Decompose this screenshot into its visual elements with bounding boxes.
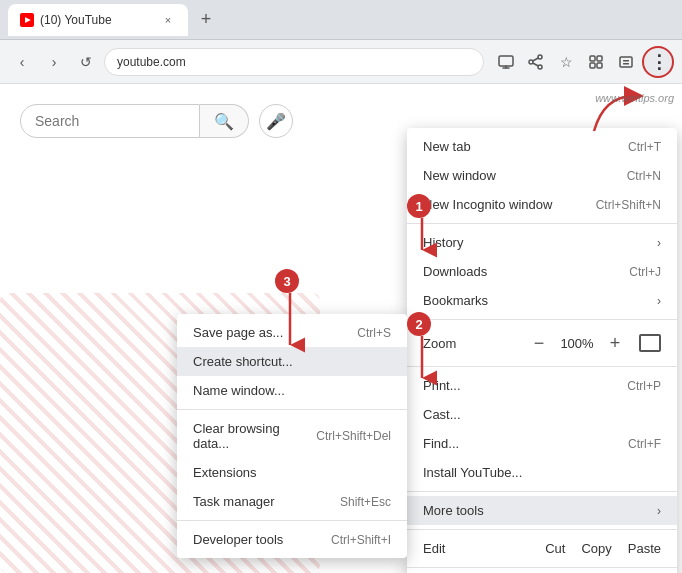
install-youtube-label: Install YouTube... (423, 465, 661, 480)
menu-divider-1 (407, 223, 677, 224)
new-tab-label: New tab (423, 139, 608, 154)
cast-label: Cast... (423, 407, 661, 422)
bookmarks-arrow: › (657, 294, 661, 308)
downloads-label: Downloads (423, 264, 609, 279)
bookmarks-label: Bookmarks (423, 293, 649, 308)
find-item[interactable]: Find... Ctrl+F (407, 429, 677, 458)
history-item[interactable]: History › (407, 228, 677, 257)
svg-rect-8 (590, 63, 595, 68)
back-button[interactable]: ‹ (8, 48, 36, 76)
edit-label: Edit (423, 541, 545, 556)
svg-rect-7 (597, 56, 602, 61)
youtube-search-area: 🔍 🎤 (20, 104, 360, 138)
clear-browsing-label: Clear browsing data... (193, 421, 296, 451)
refresh-button[interactable]: ↺ (72, 48, 100, 76)
youtube-mic-button[interactable]: 🎤 (259, 104, 293, 138)
new-incognito-label: New Incognito window (423, 197, 576, 212)
toolbar-right: ☆ ⋮ (492, 46, 674, 78)
zoom-label: Zoom (423, 336, 525, 351)
menu-divider-6 (407, 567, 677, 568)
task-manager-label: Task manager (193, 494, 320, 509)
watermark: www.wintips.org (595, 92, 674, 104)
new-incognito-item[interactable]: New Incognito window Ctrl+Shift+N (407, 190, 677, 219)
youtube-search-input[interactable] (20, 104, 200, 138)
print-shortcut: Ctrl+P (627, 379, 661, 393)
zoom-in-button[interactable]: + (601, 329, 629, 357)
name-window-label: Name window... (193, 383, 371, 398)
extensions-item[interactable]: Extensions (177, 458, 407, 487)
zoom-value: 100% (557, 336, 597, 351)
bookmarks-item[interactable]: Bookmarks › (407, 286, 677, 315)
paste-action[interactable]: Paste (628, 541, 661, 556)
print-item[interactable]: Print... Ctrl+P (407, 371, 677, 400)
tab-title: (10) YouTube (40, 13, 154, 27)
tab-bar: ▶ (10) YouTube × + (8, 4, 220, 36)
name-window-item[interactable]: Name window... (177, 376, 407, 405)
extensions-label: Extensions (193, 465, 371, 480)
find-label: Find... (423, 436, 608, 451)
new-tab-button[interactable]: + (192, 6, 220, 34)
svg-point-1 (538, 55, 542, 59)
cast-item[interactable]: Cast... (407, 400, 677, 429)
print-label: Print... (423, 378, 607, 393)
task-manager-item[interactable]: Task manager Shift+Esc (177, 487, 407, 516)
clear-browsing-shortcut: Ctrl+Shift+Del (316, 429, 391, 443)
new-window-item[interactable]: New window Ctrl+N (407, 161, 677, 190)
bookmark-icon[interactable]: ☆ (552, 48, 580, 76)
profile-icon[interactable] (612, 48, 640, 76)
zoom-fullscreen-button[interactable] (639, 334, 661, 352)
task-manager-shortcut: Shift+Esc (340, 495, 391, 509)
install-youtube-item[interactable]: Install YouTube... (407, 458, 677, 487)
annotation-circle-2: 2 (407, 312, 437, 389)
tab-close-icon[interactable]: × (160, 12, 176, 28)
edit-actions: Cut Copy Paste (545, 541, 661, 556)
new-tab-item[interactable]: New tab Ctrl+T (407, 132, 677, 161)
chrome-menu-button[interactable]: ⋮ (642, 46, 674, 78)
submenu-divider-2 (177, 520, 407, 521)
chrome-dropdown-menu: New tab Ctrl+T New window Ctrl+N New Inc… (407, 128, 677, 573)
cut-action[interactable]: Cut (545, 541, 565, 556)
zoom-out-button[interactable]: − (525, 329, 553, 357)
browser-chrome: ▶ (10) YouTube × + (0, 0, 682, 40)
svg-rect-12 (623, 63, 629, 65)
save-page-shortcut: Ctrl+S (357, 326, 391, 340)
history-label: History (423, 235, 649, 250)
new-window-label: New window (423, 168, 607, 183)
forward-button[interactable]: › (40, 48, 68, 76)
clear-browsing-item[interactable]: Clear browsing data... Ctrl+Shift+Del (177, 414, 407, 458)
developer-tools-item[interactable]: Developer tools Ctrl+Shift+I (177, 525, 407, 554)
new-tab-shortcut: Ctrl+T (628, 140, 661, 154)
page-content: 🔍 🎤 www.wintips.org 1 (0, 84, 682, 573)
menu-divider-4 (407, 491, 677, 492)
history-arrow: › (657, 236, 661, 250)
new-window-shortcut: Ctrl+N (627, 169, 661, 183)
extension-icon[interactable] (582, 48, 610, 76)
menu-divider-3 (407, 366, 677, 367)
downloads-shortcut: Ctrl+J (629, 265, 661, 279)
youtube-search-button[interactable]: 🔍 (200, 104, 249, 138)
svg-rect-6 (590, 56, 595, 61)
new-incognito-shortcut: Ctrl+Shift+N (596, 198, 661, 212)
more-tools-label: More tools (423, 503, 649, 518)
svg-line-4 (533, 58, 539, 61)
downloads-item[interactable]: Downloads Ctrl+J (407, 257, 677, 286)
annotation-circle-1: 1 (407, 194, 437, 261)
svg-point-2 (538, 65, 542, 69)
more-tools-item[interactable]: More tools › (407, 496, 677, 525)
developer-tools-label: Developer tools (193, 532, 311, 547)
edit-row: Edit Cut Copy Paste (407, 534, 677, 563)
menu-divider-5 (407, 529, 677, 530)
zoom-row: Zoom − 100% + (407, 324, 677, 362)
address-bar[interactable]: youtube.com (104, 48, 484, 76)
find-shortcut: Ctrl+F (628, 437, 661, 451)
copy-action[interactable]: Copy (581, 541, 611, 556)
save-page-label: Save page as... (193, 325, 337, 340)
submenu-divider-1 (177, 409, 407, 410)
menu-divider-2 (407, 319, 677, 320)
toolbar: ‹ › ↺ youtube.com ☆ (0, 40, 682, 84)
screenshare-icon[interactable] (492, 48, 520, 76)
active-tab[interactable]: ▶ (10) YouTube × (8, 4, 188, 36)
svg-rect-0 (499, 56, 513, 66)
svg-point-3 (529, 60, 533, 64)
share-icon[interactable] (522, 48, 550, 76)
